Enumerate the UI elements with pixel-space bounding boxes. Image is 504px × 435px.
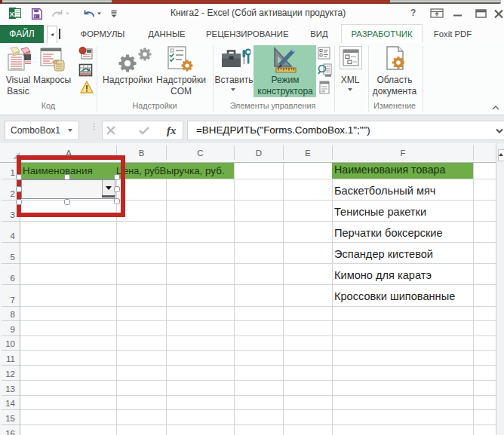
svg-text:fx: fx — [167, 124, 177, 136]
svg-text:X: X — [10, 10, 15, 18]
